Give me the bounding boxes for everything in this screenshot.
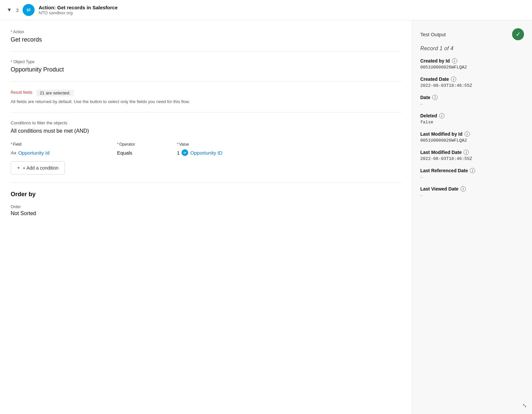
info-icon[interactable]: i (461, 186, 466, 192)
condition-value-link[interactable]: Opportunity ID (190, 150, 222, 156)
condition-value-num: 1 (177, 150, 180, 156)
output-item: Last Modified Date i2022-08-03T18:46:55Z (420, 150, 524, 161)
output-item-label: Deleted i (420, 113, 524, 118)
result-fields-desc: All fields are returned by default. Use … (11, 99, 401, 104)
add-condition-label: + Add a condition (23, 165, 59, 171)
output-item: Last Viewed Date i– (420, 186, 524, 198)
info-icon[interactable]: i (470, 168, 475, 173)
conditions-label: Conditions to filter the objects (11, 120, 401, 125)
info-icon[interactable]: i (439, 113, 445, 118)
action-section: * Action Get records (11, 30, 401, 52)
output-item-label: Last Referenced Date i (420, 168, 524, 173)
condition-field-cell: Aa Opportunity Id (11, 150, 117, 156)
header-title-sub: NTO sandbox org (39, 10, 118, 15)
action-label: * Action (11, 30, 401, 34)
output-item-value: 2022-08-03T18:46:55Z (420, 156, 524, 161)
output-item-label: Last Modified by Id i (420, 131, 524, 137)
object-type-value: Opportunity Product (11, 66, 401, 73)
salesforce-logo: SF (23, 4, 35, 16)
output-items-container: Created by Id i0051U0000026WFLQA2Created… (420, 58, 524, 198)
output-item-label: Created Date i (420, 76, 524, 82)
output-item: Created Date i2022-08-03T18:46:55Z (420, 76, 524, 88)
output-item-value: 0051U0000026WFLQA2 (420, 138, 524, 143)
object-type-label: * Object Type (11, 60, 401, 64)
order-by-title: Order by (11, 191, 401, 198)
output-item-value: – (420, 101, 524, 106)
left-panel: * Action Get records * Object Type Oppor… (0, 20, 412, 414)
action-value: Get records (11, 36, 401, 43)
header-title-block: Action: Get records in Salesforce NTO sa… (39, 5, 118, 15)
output-item-value: – (420, 193, 524, 198)
output-item-value: 0051U0000026WFLQA2 (420, 65, 524, 70)
result-fields-label: Result fields (11, 90, 32, 95)
output-item-value: false (420, 120, 524, 125)
output-item: Last Modified by Id i0051U0000026WFLQA2 (420, 131, 524, 143)
field-type-icon: Aa (11, 150, 16, 155)
output-item-value: – (420, 175, 524, 180)
add-condition-button[interactable]: + + Add a condition (11, 161, 65, 175)
output-item: Date i– (420, 95, 524, 106)
object-type-section: * Object Type Opportunity Product (11, 60, 401, 81)
output-item: Deleted ifalse (420, 113, 524, 125)
info-icon[interactable]: i (432, 95, 438, 100)
header: ▼ 3 SF Action: Get records in Salesforce… (0, 0, 532, 20)
right-panel-header: Test Output ✓ (420, 28, 524, 40)
conditions-value: All conditions must be met (AND) (11, 128, 401, 134)
info-icon[interactable]: i (452, 58, 457, 64)
output-item-label: Last Modified Date i (420, 150, 524, 155)
info-icon[interactable]: i (464, 150, 469, 155)
record-label: Record 1 of 4 (420, 46, 524, 52)
order-value: Not Sorted (11, 210, 401, 216)
result-fields-section: Result fields 21 are selected. All field… (11, 89, 401, 112)
right-panel: Test Output ✓ Record 1 of 4 Created by I… (412, 20, 532, 212)
header-title-main: Action: Get records in Salesforce (39, 5, 118, 10)
condition-field-link[interactable]: Opportunity Id (18, 150, 50, 156)
result-fields-badge[interactable]: 21 are selected. (36, 89, 74, 96)
condition-value-cell: 1 SF Opportunity ID (177, 149, 270, 156)
order-by-section: Order by Order Not Sorted (11, 191, 401, 224)
output-item-label: Created by Id i (420, 58, 524, 64)
output-item-label: Date i (420, 95, 524, 100)
output-item: Last Referenced Date i– (420, 168, 524, 180)
conditions-section: Conditions to filter the objects All con… (11, 120, 401, 183)
info-icon[interactable]: i (465, 131, 470, 137)
condition-value-sf-logo: SF (182, 149, 188, 156)
condition-operator-cell: Equals (117, 150, 177, 156)
plus-icon: + (17, 165, 20, 171)
condition-operator-text: Equals (117, 150, 132, 156)
order-label: Order (11, 205, 401, 209)
output-item-label: Last Viewed Date i (420, 186, 524, 192)
condition-headers: *Field *Operator *Value (11, 142, 401, 147)
success-icon: ✓ (512, 28, 524, 40)
value-header: *Value (177, 142, 270, 147)
test-output-title: Test Output (420, 32, 446, 37)
expand-icon[interactable]: ⤡ (522, 402, 527, 409)
collapse-chevron[interactable]: ▼ (7, 7, 12, 13)
step-number: 3 (16, 7, 19, 13)
output-item: Created by Id i0051U0000026WFLQA2 (420, 58, 524, 70)
field-header: *Field (11, 142, 117, 147)
info-icon[interactable]: i (451, 76, 456, 82)
operator-header: *Operator (117, 142, 177, 147)
condition-row: Aa Opportunity Id Equals 1 SF Opportunit… (11, 149, 401, 156)
output-item-value: 2022-08-03T18:46:55Z (420, 83, 524, 88)
